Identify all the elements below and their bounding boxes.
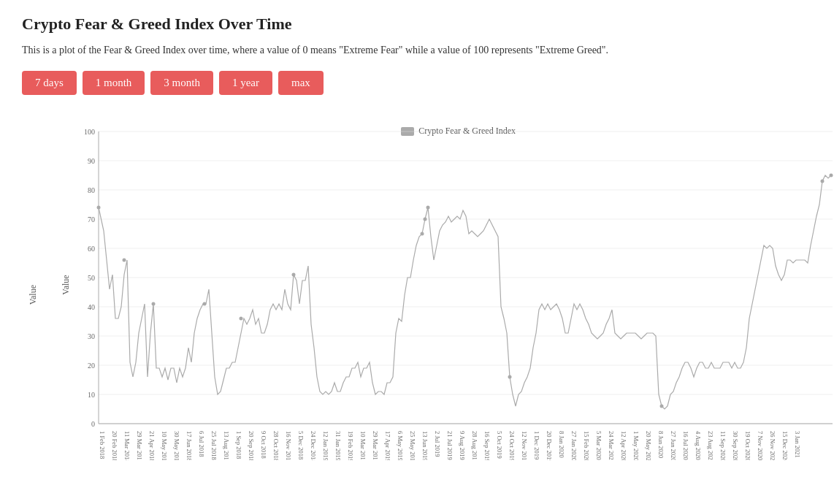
svg-text:12 Nov 2019: 12 Nov 2019	[521, 431, 528, 460]
svg-text:24 Oct 2019: 24 Oct 2019	[508, 431, 516, 460]
svg-point-32	[421, 232, 424, 236]
svg-text:9 Oct 2018: 9 Oct 2018	[260, 431, 267, 459]
svg-text:16 Nov 2018: 16 Nov 2018	[285, 431, 292, 460]
svg-text:1 Dec 2019: 1 Dec 2019	[533, 431, 540, 459]
svg-text:20 May 2020: 20 May 2020	[645, 431, 652, 460]
svg-text:13 Aug 2018: 13 Aug 2018	[223, 431, 230, 460]
svg-text:27 Jun 2020: 27 Jun 2020	[670, 431, 677, 460]
svg-point-33	[508, 375, 512, 379]
btn-1year[interactable]: 1 year	[219, 71, 272, 95]
svg-text:70: 70	[88, 215, 95, 224]
svg-text:25 Jul 2018: 25 Jul 2018	[210, 431, 218, 460]
svg-text:10 May 2018: 10 May 2018	[161, 431, 168, 460]
svg-text:100: 100	[84, 128, 95, 136]
svg-point-28	[240, 317, 243, 321]
subtitle-text: This is a plot of the Fear & Greed Index…	[22, 42, 812, 58]
svg-point-27	[203, 302, 207, 306]
svg-point-29	[292, 273, 296, 277]
svg-text:90: 90	[88, 157, 95, 165]
svg-text:27 Jan 2020: 27 Jan 2020	[570, 431, 578, 460]
svg-text:11 Mar 2018: 11 Mar 2018	[123, 431, 131, 460]
svg-text:28 Aug 2019: 28 Aug 2019	[471, 431, 478, 460]
page-title: Crypto Fear & Greed Index Over Time	[22, 15, 812, 34]
svg-text:20: 20	[88, 362, 95, 370]
svg-text:6 Jul 2018: 6 Jul 2018	[198, 431, 205, 457]
btn-max[interactable]: max	[278, 71, 324, 95]
svg-text:30 Sep 2020: 30 Sep 2020	[732, 431, 739, 460]
svg-text:16 Sep 2019: 16 Sep 2019	[483, 431, 491, 460]
chart-svg: .grid { stroke: #ddd; stroke-width: 0.5;…	[58, 117, 834, 460]
svg-text:17 Jun 2018: 17 Jun 2018	[185, 431, 193, 460]
svg-text:1 Feb 2018: 1 Feb 2018	[99, 431, 106, 459]
svg-text:26 Nov 2020: 26 Nov 2020	[769, 431, 776, 460]
time-filter-group: 7 days 1 month 3 month 1 year max	[22, 71, 812, 95]
svg-text:40: 40	[88, 303, 95, 311]
svg-text:4 Aug 2020: 4 Aug 2020	[695, 431, 702, 460]
svg-point-24	[97, 206, 101, 210]
svg-point-26	[152, 302, 156, 306]
y-axis-label: Value	[28, 285, 39, 305]
svg-point-25	[123, 259, 126, 262]
svg-text:15 Dec 2020: 15 Dec 2020	[781, 431, 789, 460]
svg-text:21 Apr 2018: 21 Apr 2018	[148, 431, 156, 460]
y-axis-text: Value	[61, 275, 71, 294]
svg-text:30: 30	[88, 332, 95, 340]
svg-text:29 Mar 2019: 29 Mar 2019	[372, 431, 379, 460]
svg-text:30 May 2018: 30 May 2018	[173, 431, 180, 460]
svg-text:23 Aug 2020: 23 Aug 2020	[707, 431, 714, 460]
svg-text:10: 10	[88, 391, 95, 399]
svg-text:12 Apr 2020: 12 Apr 2020	[620, 431, 627, 460]
svg-text:7 Nov 2020: 7 Nov 2020	[757, 431, 764, 460]
svg-text:12 Jan 2019: 12 Jan 2019	[322, 431, 329, 460]
svg-text:60: 60	[88, 245, 95, 253]
svg-text:31 Jan 2019: 31 Jan 2019	[334, 431, 342, 460]
svg-text:20 Dec 2019: 20 Dec 2019	[546, 431, 553, 460]
svg-text:24 Mar 2020: 24 Mar 2020	[608, 431, 615, 460]
svg-text:8 Jun 2020: 8 Jun 2020	[657, 431, 665, 458]
svg-text:2 Jul 2019: 2 Jul 2019	[434, 431, 441, 457]
svg-point-35	[821, 180, 825, 183]
svg-point-34	[660, 405, 664, 408]
svg-text:28 Oct 2018: 28 Oct 2018	[272, 431, 280, 460]
x-axis-labels: 1 Feb 2018 20 Feb 2018 11 Mar 2018 29 Ma…	[99, 431, 801, 460]
svg-text:21 Jul 2019: 21 Jul 2019	[446, 431, 454, 460]
svg-text:5 Oct 2019: 5 Oct 2019	[496, 431, 503, 459]
chart-container: Value Crypto Fear & Greed Index .grid { …	[22, 110, 812, 460]
btn-1month[interactable]: 1 month	[83, 71, 145, 95]
svg-text:8 Jan 2020: 8 Jan 2020	[558, 431, 565, 458]
svg-text:15 Feb 2020: 15 Feb 2020	[583, 431, 590, 460]
svg-text:50: 50	[88, 274, 95, 282]
svg-text:24 Dec 2018: 24 Dec 2018	[310, 431, 317, 460]
svg-text:25 May 2019: 25 May 2019	[409, 431, 416, 460]
svg-point-30	[424, 218, 427, 221]
svg-text:3 Jan 2021: 3 Jan 2021	[794, 431, 801, 458]
btn-3month[interactable]: 3 month	[150, 71, 213, 95]
svg-text:80: 80	[88, 186, 95, 194]
svg-point-31	[426, 206, 430, 210]
svg-point-36	[830, 174, 833, 177]
svg-text:13 Jun 2019: 13 Jun 2019	[421, 431, 429, 460]
svg-text:17 Apr 2019: 17 Apr 2019	[384, 431, 391, 460]
btn-7days[interactable]: 7 days	[22, 71, 77, 95]
svg-text:1 May 2020: 1 May 2020	[632, 431, 640, 460]
svg-text:0: 0	[91, 420, 95, 428]
svg-text:16 Jul 2020: 16 Jul 2020	[682, 431, 689, 460]
svg-text:9 Aug 2019: 9 Aug 2019	[459, 431, 466, 460]
svg-text:29 Mar 2018: 29 Mar 2018	[136, 431, 143, 460]
svg-text:1 Sep 2018: 1 Sep 2018	[235, 431, 242, 459]
svg-text:20 Sep 2018: 20 Sep 2018	[248, 431, 255, 460]
svg-text:10 Mar 2019: 10 Mar 2019	[359, 431, 367, 460]
svg-text:5 Dec 2018: 5 Dec 2018	[297, 431, 305, 459]
svg-text:6 May 2019: 6 May 2019	[397, 431, 404, 460]
svg-text:19 Feb 2019: 19 Feb 2019	[347, 431, 354, 460]
svg-text:5 Mar 2020: 5 Mar 2020	[595, 431, 602, 460]
svg-text:19 Oct 2020: 19 Oct 2020	[744, 431, 751, 460]
svg-text:11 Sep 2020: 11 Sep 2020	[719, 431, 727, 460]
svg-text:20 Feb 2018: 20 Feb 2018	[111, 431, 118, 460]
